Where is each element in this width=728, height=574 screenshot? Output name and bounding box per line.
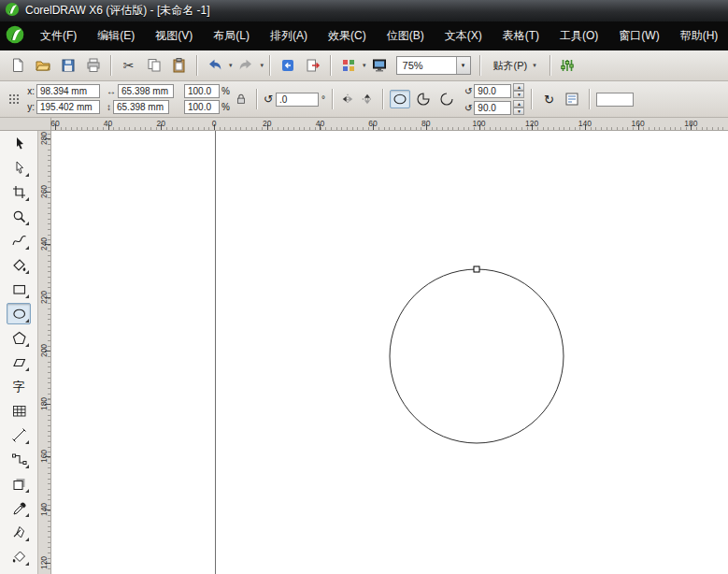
print-button[interactable] (81, 54, 105, 78)
pick-tool[interactable] (7, 133, 31, 154)
coreldraw-window: CorelDRAW X6 (评估版) - [未命名 -1] 文件(F) 编辑(E… (0, 0, 728, 574)
menu-help[interactable]: 帮助(H) (670, 21, 728, 51)
menu-effects[interactable]: 效果(C) (318, 21, 377, 51)
object-width-input[interactable]: 65.398 mm (118, 84, 174, 98)
v-ruler-label: 240 (38, 235, 50, 253)
menu-arrange[interactable]: 排列(A) (260, 21, 318, 51)
pie-mode-button[interactable] (413, 90, 434, 108)
smart-fill-tool[interactable] (7, 254, 31, 276)
polygon-tool[interactable] (7, 327, 31, 349)
zoom-tool[interactable] (7, 206, 31, 227)
canvas[interactable] (51, 131, 728, 574)
menu-bitmaps[interactable]: 位图(B) (377, 21, 435, 51)
h-ruler-label: 40 (98, 119, 119, 128)
shape-tool[interactable] (7, 157, 31, 179)
shape-node-handle[interactable] (474, 266, 479, 272)
scale-h-unit: % (221, 86, 230, 96)
wrap-text-button[interactable] (562, 90, 582, 108)
copy-button[interactable] (142, 54, 165, 78)
vertical-ruler[interactable]: 280260240220200180160140120 (38, 131, 51, 574)
ruler-left-strip (0, 118, 38, 131)
redo-dropdown-icon[interactable]: ▾ (261, 62, 264, 69)
freehand-tool[interactable] (7, 230, 31, 251)
menu-text[interactable]: 文本(X) (435, 21, 492, 51)
object-position-grid[interactable] (5, 88, 23, 111)
h-ruler-label: 100 (469, 119, 490, 128)
crop-tool[interactable] (7, 181, 31, 203)
open-button[interactable] (31, 54, 54, 78)
flyout-indicator (25, 534, 29, 541)
end-angle-spin-down[interactable]: ▼ (513, 108, 524, 115)
menu-layout[interactable]: 布局(L) (203, 21, 260, 51)
scale-horizontal-input[interactable]: 100.0 (184, 84, 220, 98)
arc-mode-button[interactable] (436, 90, 457, 108)
start-angle-spin-down[interactable]: ▼ (513, 91, 524, 98)
object-height-input[interactable]: 65.398 mm (113, 100, 169, 114)
dimension-tool[interactable] (7, 424, 31, 446)
lock-ratio-button[interactable] (233, 92, 250, 107)
paste-button[interactable] (167, 54, 191, 78)
rectangle-tool[interactable] (7, 279, 31, 300)
change-direction-button[interactable]: ↻ (538, 90, 559, 108)
y-position-input[interactable]: 195.402 mm (36, 100, 100, 114)
menu-file[interactable]: 文件(F) (30, 21, 87, 51)
launcher-dropdown-icon[interactable]: ▾ (363, 62, 366, 69)
zoom-dropdown-icon[interactable]: ▾ (456, 57, 470, 74)
welcome-screen-button[interactable] (368, 54, 392, 78)
coreldraw-menu-logo-icon[interactable] (6, 25, 24, 47)
v-ruler-label: 120 (38, 553, 50, 572)
snap-dropdown-icon: ▾ (533, 62, 536, 69)
menu-table[interactable]: 表格(T) (492, 21, 550, 51)
h-ruler-label: 60 (363, 119, 383, 128)
export-button[interactable] (301, 54, 324, 78)
eyedropper-tool[interactable] (7, 497, 31, 519)
undo-dropdown-icon[interactable]: ▾ (229, 62, 233, 69)
redo-button[interactable] (235, 54, 258, 78)
ellipse-mode-button[interactable] (390, 90, 410, 108)
outline-width-select[interactable] (596, 93, 634, 107)
menu-tools[interactable]: 工具(O) (550, 21, 608, 51)
flyout-indicator (25, 558, 29, 566)
v-ruler-label: 180 (38, 395, 50, 413)
end-angle-input[interactable]: 90.0 (474, 101, 511, 115)
mirror-horizontal-button[interactable] (339, 92, 356, 107)
y-position-label: y: (26, 102, 35, 112)
table-tool[interactable] (7, 400, 31, 422)
outline-pen-tool[interactable] (7, 522, 31, 543)
menu-view[interactable]: 视图(V) (145, 21, 203, 51)
connector-tool[interactable] (7, 449, 31, 470)
rotation-angle-input[interactable]: .0 (276, 93, 319, 107)
standard-toolbar: ✂ ▾ ▾ ▾ 75% ▾ (0, 50, 728, 81)
ellipse-tool[interactable] (7, 303, 31, 324)
toolbar-separator (110, 55, 111, 76)
cut-button[interactable]: ✂ (117, 54, 140, 78)
end-angle-spin-up[interactable]: ▲ (513, 100, 524, 108)
ellipse-shape[interactable] (390, 269, 564, 443)
basic-shapes-tool[interactable] (7, 352, 31, 373)
new-document-button[interactable] (6, 54, 29, 78)
import-button[interactable] (276, 54, 299, 78)
start-angle-input[interactable]: 90.0 (474, 84, 511, 98)
x-position-input[interactable]: 98.394 mm (36, 84, 100, 98)
drop-shadow-tool[interactable] (7, 473, 31, 495)
v-ruler-label: 260 (38, 182, 50, 201)
scale-vertical-input[interactable]: 100.0 (184, 100, 220, 114)
fill-tool[interactable] (7, 546, 31, 567)
snap-to-dropdown[interactable]: 贴齐(P) ▾ (486, 56, 544, 76)
zoom-level-select[interactable]: 75% ▾ (396, 56, 471, 75)
undo-button[interactable] (203, 54, 226, 78)
h-ruler-label: 20 (150, 119, 171, 128)
horizontal-ruler[interactable]: 604020020406080100120140160180 (51, 118, 728, 131)
flyout-indicator (25, 339, 29, 347)
menu-window[interactable]: 窗口(W) (608, 21, 669, 51)
end-angle-icon: ↺ (464, 103, 472, 113)
scissors-icon: ✂ (123, 59, 135, 72)
options-button[interactable] (556, 54, 579, 78)
menu-edit[interactable]: 编辑(E) (87, 21, 145, 51)
save-button[interactable] (56, 54, 79, 78)
start-angle-spin-up[interactable]: ▲ (513, 83, 524, 91)
text-tool[interactable]: 字 (7, 376, 31, 397)
mirror-vertical-button[interactable] (359, 92, 376, 107)
coreldraw-logo-icon (5, 2, 20, 20)
application-launcher-button[interactable] (336, 54, 360, 78)
